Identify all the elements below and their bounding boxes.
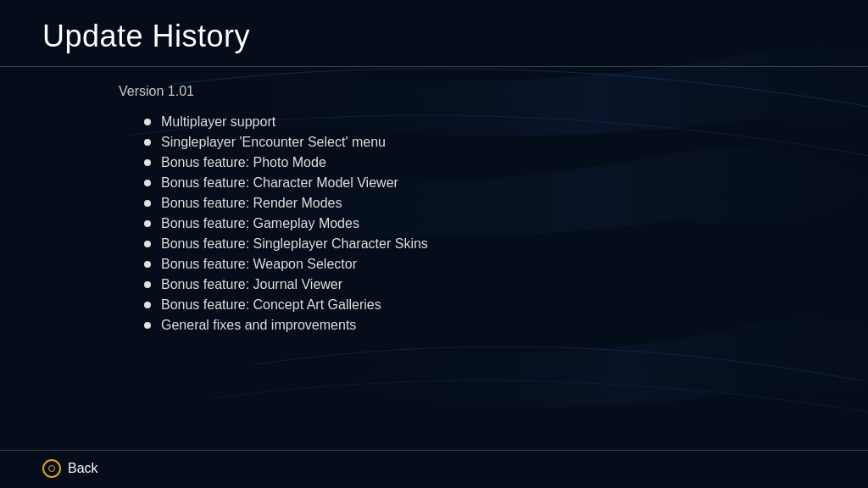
list-item: Bonus feature: Weapon Selector	[144, 257, 826, 272]
bullet-icon	[144, 200, 151, 207]
header: Update History	[0, 0, 868, 67]
list-item: Multiplayer support	[144, 114, 826, 130]
list-item: Bonus feature: Photo Mode	[144, 155, 826, 170]
bullet-icon	[144, 159, 151, 166]
list-item-text: Bonus feature: Weapon Selector	[161, 257, 357, 272]
bullet-icon	[144, 139, 151, 146]
bullet-icon	[144, 180, 151, 186]
footer: Back	[0, 450, 868, 488]
list-item-text: Singleplayer 'Encounter Select' menu	[161, 135, 386, 150]
list-item-text: Bonus feature: Concept Art Galleries	[161, 297, 381, 313]
list-item: Bonus feature: Concept Art Galleries	[144, 297, 826, 313]
list-item: Bonus feature: Render Modes	[144, 196, 826, 211]
bullet-icon	[144, 281, 151, 288]
list-item: Bonus feature: Character Model Viewer	[144, 175, 826, 191]
list-item: General fixes and improvements	[144, 318, 826, 333]
bullet-icon	[144, 302, 151, 308]
page-title: Update History	[42, 19, 826, 54]
list-item-text: General fixes and improvements	[161, 318, 356, 333]
circle-icon-inner	[48, 465, 55, 472]
bullet-icon	[144, 119, 151, 125]
list-item: Bonus feature: Gameplay Modes	[144, 216, 826, 231]
circle-icon	[42, 459, 61, 478]
list-item-text: Multiplayer support	[161, 114, 275, 130]
bullet-icon	[144, 241, 151, 247]
list-item-text: Bonus feature: Character Model Viewer	[161, 175, 398, 191]
list-item: Bonus feature: Journal Viewer	[144, 277, 826, 292]
version-label: Version 1.01	[42, 84, 826, 99]
main-content: Version 1.01 Multiplayer supportSinglepl…	[0, 67, 868, 450]
bullet-icon	[144, 261, 151, 268]
list-item-text: Bonus feature: Render Modes	[161, 196, 342, 211]
back-button[interactable]: Back	[42, 459, 98, 478]
update-list: Multiplayer supportSingleplayer 'Encount…	[42, 114, 826, 333]
bullet-icon	[144, 322, 151, 329]
list-item-text: Bonus feature: Journal Viewer	[161, 277, 342, 292]
list-item: Bonus feature: Singleplayer Character Sk…	[144, 236, 826, 252]
list-item-text: Bonus feature: Photo Mode	[161, 155, 326, 170]
back-label: Back	[68, 461, 98, 476]
list-item: Singleplayer 'Encounter Select' menu	[144, 135, 826, 150]
bullet-icon	[144, 220, 151, 227]
list-item-text: Bonus feature: Singleplayer Character Sk…	[161, 236, 428, 252]
list-item-text: Bonus feature: Gameplay Modes	[161, 216, 359, 231]
